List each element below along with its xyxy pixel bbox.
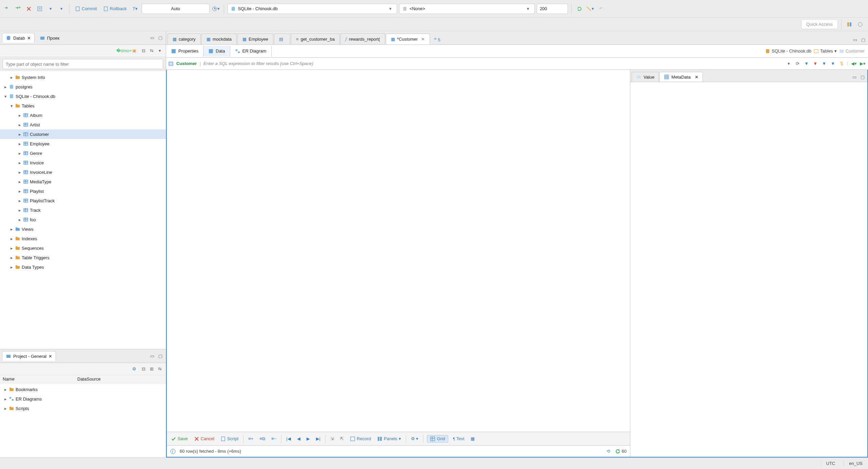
close-icon[interactable]: ✕	[48, 354, 52, 359]
editor-tab[interactable]: ▦category	[167, 34, 201, 44]
save-button[interactable]: Save	[170, 435, 189, 442]
maximize-icon[interactable]: ▢	[157, 35, 164, 41]
tree-sqlite[interactable]: ▾SQLite - Chinook.db	[0, 91, 166, 101]
grid-mode-button[interactable]: Grid	[427, 435, 448, 443]
tx-mode-icon[interactable]: T▾	[131, 4, 140, 13]
project-item[interactable]: ▸Bookmarks	[0, 385, 166, 394]
editor-tab[interactable]: ▤	[274, 34, 290, 44]
row-limit-field[interactable]: 200	[537, 4, 568, 14]
undo-icon[interactable]: ↶	[597, 4, 606, 13]
next-page-icon[interactable]: ▶	[305, 435, 311, 442]
gear-icon[interactable]: ⚙	[130, 365, 139, 373]
maximize-icon[interactable]: ▢	[157, 353, 164, 360]
first-page-icon[interactable]: |◀	[285, 435, 292, 442]
text-mode-button[interactable]: ¶Text	[452, 435, 466, 442]
tab-projects[interactable]: Проек	[36, 33, 63, 43]
sql-recent-icon[interactable]: ▾	[57, 4, 66, 13]
filter-dropdown-icon[interactable]: ▾	[786, 60, 792, 67]
project-item[interactable]: ▸Scripts	[0, 404, 166, 413]
tree-triggers[interactable]: ▸Table Triggers	[0, 253, 166, 262]
subtab-properties[interactable]: Properties	[166, 46, 203, 57]
close-icon[interactable]: ✕	[421, 37, 425, 42]
breadcrumb-current[interactable]: Customer	[839, 48, 865, 54]
settings-icon[interactable]: ⚙ ▾	[410, 435, 420, 442]
panels-button[interactable]: Panels ▾	[376, 435, 402, 442]
tree-views[interactable]: ▸Views	[0, 224, 166, 234]
tree-indexes[interactable]: ▸Indexes	[0, 234, 166, 243]
tree-table-track[interactable]: ▸Track	[0, 205, 166, 215]
minimize-icon[interactable]: ▭	[149, 353, 156, 360]
quick-access-field[interactable]: Quick Access	[801, 19, 838, 29]
cancel-button[interactable]: Cancel	[193, 435, 216, 442]
disconnect-icon[interactable]	[24, 4, 33, 13]
record-button[interactable]: Record	[349, 435, 372, 442]
navigator-tree[interactable]: ▸System Info▸postgres▾SQLite - Chinook.d…	[0, 71, 166, 349]
tab-metadata[interactable]: MetaData✕	[659, 72, 703, 82]
filter-order-icon[interactable]: ⇅	[839, 60, 845, 67]
new-connection-icon[interactable]: �ómo+	[120, 46, 129, 55]
project-tree[interactable]: ▸Bookmarks▸ER Diagrams▸Scripts	[0, 383, 166, 457]
expand-icon[interactable]: ⊞	[148, 366, 155, 372]
filter-hint[interactable]: Enter a SQL expression to filter results…	[203, 61, 783, 66]
tree-table-employee[interactable]: ▸Employee	[0, 139, 166, 148]
filter-refresh-icon[interactable]: ⟳	[794, 60, 801, 67]
project-item[interactable]: ▸ER Diagrams	[0, 394, 166, 404]
tree-table-mediatype[interactable]: ▸MediaType	[0, 177, 166, 186]
autocommit-field[interactable]: Auto	[142, 4, 210, 14]
tree-table-artist[interactable]: ▸Artist	[0, 120, 166, 129]
import-icon[interactable]: ⇱	[339, 435, 345, 442]
editor-tab[interactable]: ≡get_customer_ba	[291, 34, 340, 44]
connect-new-icon[interactable]: +	[14, 4, 22, 13]
collapse-icon[interactable]: ⊟	[140, 366, 147, 372]
editor-tab[interactable]: ▦Employee	[237, 34, 273, 44]
history-icon[interactable]: ▾	[212, 4, 220, 13]
perspective-db-icon[interactable]	[845, 20, 854, 29]
breadcrumb-tables[interactable]: Tables ▾	[813, 48, 837, 54]
tab-value[interactable]: Value	[632, 72, 659, 82]
editor-tabs-overflow[interactable]: » 5	[431, 34, 443, 44]
nav-fwd-icon[interactable]: ▶▾	[859, 60, 866, 67]
minimize-icon[interactable]: ▭	[851, 74, 858, 80]
link-icon[interactable]: ⇆	[156, 366, 163, 372]
menu-icon[interactable]: ▾	[156, 47, 163, 54]
close-icon[interactable]: ✕	[695, 75, 698, 80]
tree-table-invoice[interactable]: ▸Invoice	[0, 158, 166, 167]
tree-table-album[interactable]: ▸Album	[0, 110, 166, 120]
tree-tables-folder[interactable]: ▾Tables	[0, 101, 166, 110]
tree-table-customer[interactable]: ▸Customer	[0, 129, 166, 139]
minimize-icon[interactable]: ▭	[852, 36, 859, 43]
stop-icon[interactable]: ▾	[586, 4, 595, 13]
navigator-filter-input[interactable]	[3, 59, 163, 69]
close-icon[interactable]: ✕	[27, 36, 31, 41]
nav-back-icon[interactable]: ◀▾	[850, 60, 857, 67]
delete-row-icon[interactable]: ≡−	[270, 435, 278, 442]
editor-tab[interactable]: ▦mockdata	[201, 34, 237, 44]
editor-tab[interactable]: 𝑓rewards_report(	[340, 33, 385, 44]
perspective-other-icon[interactable]	[856, 20, 865, 29]
tree-table-playlist[interactable]: ▸Playlist	[0, 186, 166, 196]
schema-selector[interactable]: <None> ▾	[399, 4, 535, 14]
collapse-icon[interactable]: ⊟	[140, 47, 147, 54]
filter-settings-icon[interactable]: ▼	[830, 60, 836, 67]
subtab-data[interactable]: Data	[203, 46, 230, 57]
present-icon[interactable]: ▦	[469, 435, 476, 442]
link-icon[interactable]: ⇆	[148, 47, 155, 54]
tree-table-invoiceline[interactable]: ▸InvoiceLine	[0, 167, 166, 177]
editor-tab[interactable]: ▦*Customer✕	[386, 34, 430, 44]
tab-database-navigator[interactable]: Datab ✕	[2, 33, 35, 43]
subtab-er-diagram[interactable]: ER Diagram	[230, 46, 272, 57]
refresh-icon[interactable]	[575, 4, 584, 13]
last-page-icon[interactable]: ▶|	[315, 435, 322, 442]
connection-selector[interactable]: SQLite - Chinook.db ▾	[228, 4, 397, 14]
add-row-icon[interactable]: ≡+	[247, 435, 255, 442]
maximize-icon[interactable]: ▢	[860, 36, 867, 43]
prev-page-icon[interactable]: ◀	[296, 435, 302, 442]
tree-system-info[interactable]: ▸System Info	[0, 73, 166, 82]
filter-clear-icon[interactable]: ▼	[812, 60, 819, 67]
copy-row-icon[interactable]: ≡⧉	[258, 435, 267, 442]
tree-sequences[interactable]: ▸Sequences	[0, 243, 166, 253]
script-button[interactable]: Script	[219, 435, 240, 442]
filter-add-icon[interactable]: ▼	[821, 60, 828, 67]
new-folder-icon[interactable]: ▣	[130, 46, 139, 55]
rollback-button[interactable]: Rollback	[101, 5, 129, 12]
